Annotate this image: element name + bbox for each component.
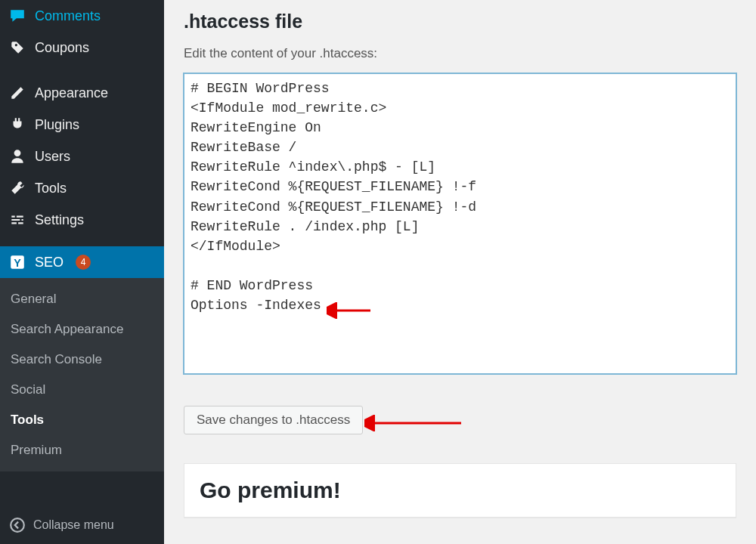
- sidebar-item-label: Appearance: [35, 85, 108, 101]
- users-icon: [9, 148, 26, 165]
- save-htaccess-button[interactable]: Save changes to .htaccess: [184, 406, 363, 434]
- sidebar-item-settings[interactable]: Settings: [0, 204, 164, 236]
- sidebar-item-comments[interactable]: Comments: [0, 0, 164, 32]
- sidebar-menu: Comments Coupons Appearance Plugins User…: [0, 0, 164, 506]
- submenu-social[interactable]: Social: [0, 375, 164, 405]
- htaccess-editor[interactable]: [184, 73, 736, 374]
- collapse-icon: [9, 517, 26, 533]
- main-content: .htaccess file Edit the content of your …: [164, 0, 756, 544]
- sidebar-item-label: Comments: [35, 8, 101, 24]
- submenu-general[interactable]: General: [0, 284, 164, 314]
- comments-icon: [9, 8, 26, 24]
- sidebar-item-label: Plugins: [35, 117, 79, 133]
- htaccess-title: .htaccess file: [184, 11, 736, 32]
- svg-point-2: [11, 518, 24, 532]
- seo-icon: Y: [9, 254, 26, 270]
- tools-icon: [9, 180, 26, 196]
- settings-icon: [9, 212, 26, 228]
- coupons-icon: [9, 39, 26, 56]
- annotation-arrow-2: [364, 415, 463, 431]
- submenu-premium[interactable]: Premium: [0, 435, 164, 465]
- seo-submenu: General Search Appearance Search Console…: [0, 278, 164, 471]
- submenu-tools[interactable]: Tools: [0, 405, 164, 435]
- svg-text:Y: Y: [14, 257, 21, 269]
- submenu-search-console[interactable]: Search Console: [0, 345, 164, 375]
- sidebar-item-seo[interactable]: Y SEO 4: [0, 246, 164, 278]
- sidebar-item-label: Users: [35, 149, 70, 165]
- appearance-icon: [9, 85, 26, 101]
- seo-badge: 4: [76, 255, 91, 270]
- admin-sidebar: Comments Coupons Appearance Plugins User…: [0, 0, 164, 544]
- htaccess-description: Edit the content of your .htaccess:: [184, 46, 736, 61]
- sidebar-item-coupons[interactable]: Coupons: [0, 32, 164, 63]
- sidebar-item-label: Settings: [35, 212, 84, 228]
- sidebar-item-plugins[interactable]: Plugins: [0, 109, 164, 141]
- premium-title: Go premium!: [200, 478, 720, 503]
- sidebar-item-appearance[interactable]: Appearance: [0, 77, 164, 109]
- premium-panel: Go premium!: [184, 463, 736, 518]
- sidebar-item-tools[interactable]: Tools: [0, 172, 164, 204]
- sidebar-item-label: Coupons: [35, 40, 89, 56]
- submenu-search-appearance[interactable]: Search Appearance: [0, 314, 164, 345]
- sidebar-item-label: SEO: [35, 255, 64, 270]
- sidebar-item-label: Tools: [35, 181, 67, 196]
- plugins-icon: [9, 116, 26, 133]
- sidebar-item-users[interactable]: Users: [0, 141, 164, 172]
- collapse-label: Collapse menu: [33, 518, 114, 532]
- collapse-menu[interactable]: Collapse menu: [0, 506, 164, 544]
